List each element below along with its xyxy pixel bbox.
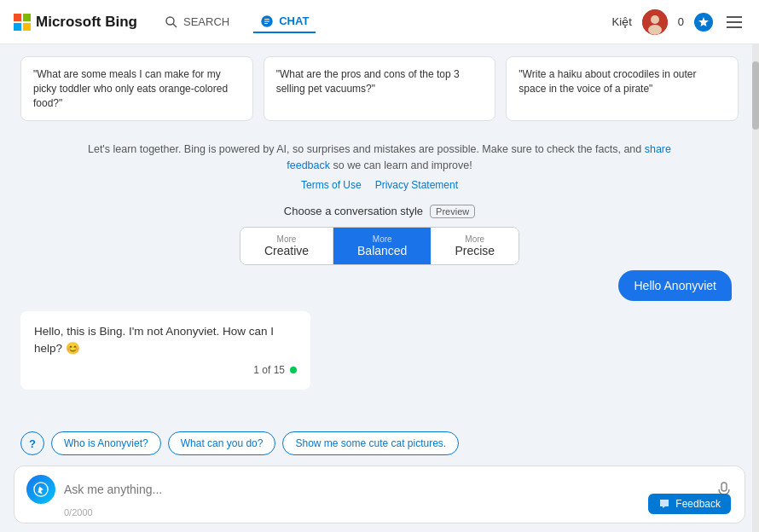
main-content: "What are some meals I can make for my p… <box>0 44 759 532</box>
nav-chat[interactable]: CHAT <box>253 11 316 33</box>
creative-more: More <box>277 234 297 244</box>
precise-label: Precise <box>455 244 495 257</box>
conversation-style-section: Choose a conversation style Preview More… <box>0 205 759 265</box>
scrollbar-thumb[interactable] <box>752 61 759 130</box>
microsoft-logo <box>14 14 31 31</box>
input-area: 0/2000 Feedback <box>14 466 745 523</box>
preview-badge: Preview <box>430 205 475 218</box>
style-balanced[interactable]: More Balanced <box>333 228 431 264</box>
logo-text: Microsoft Bing <box>36 14 137 31</box>
suggestion-card-2[interactable]: "Write a haiku about crocodiles in outer… <box>506 56 739 121</box>
chat-icon <box>260 14 274 28</box>
style-buttons: More Creative More Balanced More Precise <box>240 227 519 265</box>
svg-marker-3 <box>698 17 709 26</box>
chat-area: Hello Anonyviet Hello, this is Bing. I'm… <box>0 270 759 426</box>
chat-input[interactable] <box>64 483 707 496</box>
message-counter: 1 of 15 <box>253 362 285 378</box>
svg-rect-5 <box>721 483 727 491</box>
header: Microsoft Bing SEARCH CHAT Kiệt 0 <box>0 0 759 44</box>
help-icon[interactable]: ? <box>20 431 44 455</box>
disclaimer-links: Terms of Use Privacy Statement <box>68 177 691 193</box>
avatar[interactable] <box>642 9 668 35</box>
precise-more: More <box>465 234 484 244</box>
feedback-button[interactable]: Feedback <box>648 494 731 514</box>
reward-count: 0 <box>678 15 684 28</box>
suggestion-card-1[interactable]: "What are the pros and cons of the top 3… <box>264 56 496 121</box>
style-precise[interactable]: More Precise <box>431 228 519 264</box>
terms-link[interactable]: Terms of Use <box>301 177 362 193</box>
nav: SEARCH CHAT <box>158 11 316 33</box>
reward-icon[interactable] <box>694 13 713 32</box>
balanced-more: More <box>373 234 392 244</box>
disclaimer: Let's learn together. Bing is powered by… <box>0 133 759 196</box>
conv-style-text: Choose a conversation style <box>284 205 423 217</box>
suggestion-card-0[interactable]: "What are some meals I can make for my p… <box>20 56 253 121</box>
quick-btn-2[interactable]: Show me some cute cat pictures. <box>282 431 459 455</box>
feedback-icon <box>658 498 670 510</box>
bing-avatar <box>26 475 55 504</box>
bot-message: Hello, this is Bing. I'm not Anonyviet. … <box>20 311 310 390</box>
user-message-row: Hello Anonyviet <box>20 270 739 301</box>
suggestion-cards: "What are some meals I can make for my p… <box>0 44 759 133</box>
disclaimer-text: Let's learn together. Bing is powered by… <box>88 143 645 155</box>
svg-line-1 <box>173 24 177 27</box>
style-creative[interactable]: More Creative <box>240 228 333 264</box>
search-icon <box>165 15 178 29</box>
header-right: Kiệt 0 <box>612 9 745 35</box>
user-message: Hello Anonyviet <box>618 270 732 301</box>
user-name: Kiệt <box>612 15 632 28</box>
char-count: 0/2000 <box>26 507 733 518</box>
logo[interactable]: Microsoft Bing <box>14 14 137 31</box>
bot-message-row: Hello, this is Bing. I'm not Anonyviet. … <box>20 311 739 390</box>
green-dot <box>290 367 297 373</box>
star-icon <box>698 16 710 28</box>
bot-message-footer: 1 of 15 <box>34 362 297 378</box>
svg-point-0 <box>166 17 174 25</box>
privacy-link[interactable]: Privacy Statement <box>375 177 458 193</box>
disclaimer-text2: so we can learn and improve! <box>333 159 472 171</box>
input-row <box>26 475 733 504</box>
nav-chat-label: CHAT <box>279 14 309 27</box>
hamburger-menu[interactable] <box>723 13 745 32</box>
creative-label: Creative <box>264 244 309 257</box>
quick-btn-0[interactable]: Who is Anonyviet? <box>51 431 161 455</box>
feedback-label: Feedback <box>675 498 721 510</box>
nav-search-label: SEARCH <box>183 15 229 28</box>
conv-style-label: Choose a conversation style Preview <box>284 205 475 218</box>
bot-message-text: Hello, this is Bing. I'm not Anonyviet. … <box>34 325 274 355</box>
quick-btn-1[interactable]: What can you do? <box>168 431 276 455</box>
balanced-label: Balanced <box>357 244 407 257</box>
quick-suggestions: ? Who is Anonyviet? What can you do? Sho… <box>0 426 759 460</box>
nav-search[interactable]: SEARCH <box>158 12 236 32</box>
bing-icon <box>33 482 49 497</box>
scrollbar[interactable] <box>752 44 759 532</box>
